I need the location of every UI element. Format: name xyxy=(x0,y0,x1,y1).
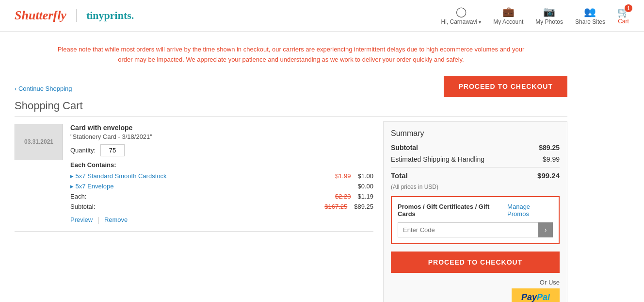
promo-header: Promos / Gift Certificates / Gift Cards … xyxy=(398,203,553,218)
user-icon: ◯ xyxy=(456,6,467,17)
thumbnail-date: 03.31.2021 xyxy=(24,138,53,145)
paypal-text: PayPal xyxy=(521,292,550,302)
notice-banner: Please note that while most orders will … xyxy=(15,39,567,71)
item-subtotal-row: Subtotal: $167.25 $89.25 xyxy=(70,203,373,210)
main-content: Please note that while most orders will … xyxy=(0,32,582,302)
quantity-input[interactable] xyxy=(100,144,125,156)
preview-link[interactable]: Preview xyxy=(70,216,93,223)
briefcase-icon: 💼 xyxy=(502,6,515,17)
promo-submit-button[interactable]: › xyxy=(538,222,553,237)
subtotal-price: $89.25 xyxy=(354,203,373,210)
option2-name[interactable]: ▸ 5x7 Envelope xyxy=(70,183,354,190)
total-note: (All prices in USD) xyxy=(391,184,560,190)
option1-price: $1.00 xyxy=(357,172,373,180)
proceed-checkout-top-button[interactable]: PROCEED TO CHECKOUT xyxy=(444,76,567,97)
share-icon: 👥 xyxy=(584,6,596,17)
dropdown-arrow-icon: ▾ xyxy=(479,19,481,25)
each-original-price: $2.23 xyxy=(335,193,351,200)
header-nav: ◯ Hi, Carnawavi ▾ 💼 My Account 📷 My Phot… xyxy=(441,6,629,25)
subtotal-label: Subtotal: xyxy=(70,203,321,210)
my-photos-nav[interactable]: 📷 My Photos xyxy=(535,6,563,25)
total-row: Total $99.24 xyxy=(391,167,560,180)
item-option-cardstock: ▸ 5x7 Standard Smooth Cardstock $1.99 $1… xyxy=(70,172,373,180)
photo-icon: 📷 xyxy=(543,6,555,17)
item-each-row: Each: $2.23 $1.19 xyxy=(70,193,373,200)
promo-submit-icon: › xyxy=(545,226,547,234)
subtotal-row: Subtotal $89.25 xyxy=(391,144,560,151)
page-title: Shopping Cart xyxy=(15,100,567,117)
each-contains-label: Each Contains: xyxy=(70,161,373,168)
tinyprints-logo[interactable]: tinyprints. xyxy=(76,9,134,22)
shutterfly-logo[interactable]: Shutterfly xyxy=(15,8,66,23)
summary-panel: Summary Subtotal $89.25 Estimated Shippi… xyxy=(383,121,567,302)
share-sites-nav[interactable]: 👥 Share Sites xyxy=(575,6,605,25)
item-quantity-row: Quantity: xyxy=(70,144,373,156)
subtotal-label: Subtotal xyxy=(391,144,418,151)
quantity-label: Quantity: xyxy=(70,147,96,154)
header-logos: Shutterfly tinyprints. xyxy=(15,8,134,23)
total-label: Total xyxy=(391,171,408,180)
promo-input-row: › xyxy=(398,222,553,237)
item-thumbnail: 03.31.2021 xyxy=(15,124,63,160)
cart-nav[interactable]: 🛒 1 Cart xyxy=(617,6,629,25)
proceed-bottom: PROCEED TO CHECKOUT xyxy=(391,252,560,273)
item-title: Card with envelope xyxy=(70,124,373,132)
promo-code-input[interactable] xyxy=(398,222,538,237)
continue-shopping-link[interactable]: ‹ Continue Shopping xyxy=(15,85,72,92)
remove-link[interactable]: Remove xyxy=(104,216,128,223)
greeting-text: Hi, Carnawavi xyxy=(441,18,478,25)
share-sites-label: Share Sites xyxy=(575,18,605,25)
cart-icon-wrapper: 🛒 1 xyxy=(617,6,629,18)
item-details: Card with envelope "Stationery Card - 3/… xyxy=(70,124,373,224)
promo-section: Promos / Gift Certificates / Gift Cards … xyxy=(391,196,560,244)
summary-title: Summary xyxy=(391,129,560,138)
cart-items-section: 03.31.2021 Card with envelope "Stationer… xyxy=(15,117,383,232)
promo-label: Promos / Gift Certificates / Gift Cards xyxy=(398,203,507,218)
item-subtitle: "Stationery Card - 3/18/2021" xyxy=(70,133,373,140)
shipping-row: Estimated Shipping & Handling $9.99 xyxy=(391,155,560,163)
item-actions: Preview | Remove xyxy=(70,216,373,224)
each-price: $1.19 xyxy=(357,193,373,200)
subtotal-original-price: $167.25 xyxy=(324,203,347,210)
my-photos-label: My Photos xyxy=(535,18,563,25)
or-use-label: Or Use xyxy=(391,279,560,286)
header: Shutterfly tinyprints. ◯ Hi, Carnawavi ▾… xyxy=(0,0,644,32)
my-account-label: My Account xyxy=(493,18,523,25)
paypal-button[interactable]: PayPal xyxy=(512,288,560,302)
subtotal-value: $89.25 xyxy=(539,144,560,151)
my-account-nav[interactable]: 💼 My Account xyxy=(493,6,523,25)
cart-label: Cart xyxy=(618,18,629,25)
item-option-envelope: ▸ 5x7 Envelope $0.00 xyxy=(70,183,373,190)
top-actions-row: ‹ Continue Shopping PROCEED TO CHECKOUT xyxy=(15,76,567,97)
option1-name[interactable]: ▸ 5x7 Standard Smooth Cardstock xyxy=(70,172,331,180)
total-value: $99.24 xyxy=(537,171,560,180)
shipping-label: Estimated Shipping & Handling xyxy=(391,155,484,163)
continue-shopping-label: ‹ Continue Shopping xyxy=(15,85,72,92)
manage-promos-link[interactable]: Manage Promos xyxy=(507,203,553,218)
proceed-checkout-bottom-button[interactable]: PROCEED TO CHECKOUT xyxy=(391,252,560,273)
user-greeting[interactable]: ◯ Hi, Carnawavi ▾ xyxy=(441,6,482,25)
shipping-value: $9.99 xyxy=(543,155,560,163)
cart-badge: 1 xyxy=(625,4,632,12)
cart-layout: 03.31.2021 Card with envelope "Stationer… xyxy=(15,117,567,302)
action-divider: | xyxy=(97,216,99,224)
notice-text: Please note that while most orders will … xyxy=(58,46,524,63)
option2-price: $0.00 xyxy=(357,183,373,190)
option1-original-price: $1.99 xyxy=(335,172,351,180)
each-label: Each: xyxy=(70,193,331,200)
cart-item: 03.31.2021 Card with envelope "Stationer… xyxy=(15,117,373,232)
